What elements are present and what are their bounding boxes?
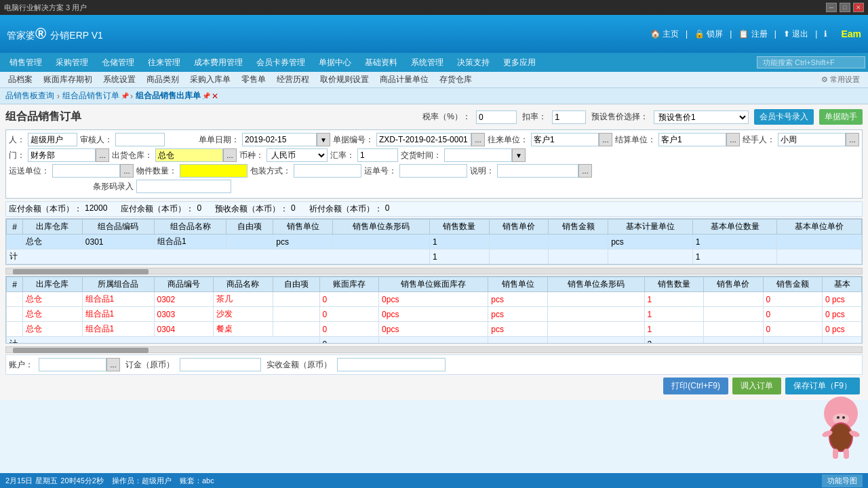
nav-sales[interactable]: 销售管理 <box>3 53 49 72</box>
breadcrumb-pin-2[interactable]: 📌 <box>202 92 210 100</box>
cell-base-price <box>777 235 862 249</box>
detail-scrollbar[interactable] <box>5 346 863 353</box>
status-operator-label: 操作员： <box>112 476 142 486</box>
common-settings-btn[interactable]: ⚙ 常用设置 <box>816 75 865 85</box>
date-btn[interactable]: ▼ <box>317 133 330 146</box>
detail-row[interactable]: 总仓 组合品1 0303 沙发 0 0pcs pcs 1 0 0 pcs <box>7 307 862 322</box>
receivable-value: 0 <box>197 203 201 215</box>
detail-row[interactable]: 总仓 组合品1 0304 餐桌 0 0pcs pcs 1 0 0 pcs <box>7 322 862 337</box>
subnav-settings[interactable]: 系统设置 <box>98 72 141 88</box>
nav-member[interactable]: 会员卡券管理 <box>250 53 312 72</box>
bottom-actions: 打印(Ctrl+F9) 调入订单 保存订单（F9） <box>5 375 863 397</box>
subnav-retail[interactable]: 零售单 <box>236 72 271 88</box>
account-input[interactable] <box>39 358 106 371</box>
operator-input[interactable] <box>28 133 77 146</box>
subnav-category[interactable]: 商品类别 <box>141 72 184 88</box>
scan-code-input[interactable] <box>136 180 231 193</box>
date-input[interactable] <box>242 133 317 146</box>
exchange-input[interactable] <box>357 148 398 162</box>
import-btn[interactable]: 调入订单 <box>732 378 781 394</box>
manager-input[interactable] <box>778 133 846 146</box>
breadcrumb-item-2[interactable]: 组合品销售订单 <box>61 90 121 102</box>
packaging-input[interactable] <box>294 164 361 178</box>
to-unit-input[interactable] <box>531 133 599 146</box>
remarks-btn[interactable]: … <box>578 164 592 178</box>
order-no-btn[interactable]: … <box>471 133 485 146</box>
ship-no-input[interactable] <box>399 164 467 178</box>
total-base-unit <box>608 249 693 264</box>
trans-unit-field: … <box>52 164 134 178</box>
nav-decision[interactable]: 决策支持 <box>450 53 496 72</box>
subnav-unit[interactable]: 商品计量单位 <box>374 72 434 88</box>
dept-input[interactable] <box>28 148 96 162</box>
nav-cost[interactable]: 成本费用管理 <box>187 53 250 72</box>
subnav-history[interactable]: 经营历程 <box>271 72 315 88</box>
order-no-input[interactable] <box>376 133 471 146</box>
packaging-label: 包装方式： <box>250 165 291 177</box>
warehouse-input[interactable] <box>155 148 223 162</box>
account-btn[interactable]: … <box>106 358 120 371</box>
subnav-stock-init[interactable]: 账面库存期初 <box>38 72 98 88</box>
save-btn[interactable]: 保存订单（F9） <box>785 378 860 394</box>
header-info[interactable]: ℹ <box>824 29 827 39</box>
discount-input[interactable] <box>552 110 586 124</box>
to-unit-btn[interactable]: … <box>599 133 612 146</box>
detail-table: # 出库仓库 所属组合品 商品编号 商品名称 自由项 账面库存 销售单位账面库存… <box>6 277 862 344</box>
settle-unit-btn[interactable]: … <box>726 133 740 146</box>
subnav-stock-warehouse[interactable]: 存货仓库 <box>434 72 477 88</box>
nav-warehouse[interactable]: 仓储管理 <box>95 53 141 72</box>
operator-label: 人： <box>9 134 25 146</box>
nav-basic[interactable]: 基础资料 <box>358 53 404 72</box>
dcol-barcode: 销售单位条形码 <box>547 277 644 292</box>
minimize-btn[interactable]: ─ <box>826 3 837 12</box>
remarks-input[interactable] <box>497 164 578 178</box>
subnav-price-rules[interactable]: 取价规则设置 <box>315 72 374 88</box>
main-scrollbar[interactable] <box>5 268 863 274</box>
nav-purchase[interactable]: 采购管理 <box>49 53 95 72</box>
currency-select[interactable]: 人民币 <box>267 148 328 162</box>
main-table: # 出库仓库 组合品编码 组合品名称 自由项 销售单位 销售单位条形码 销售数量… <box>6 219 862 264</box>
subnav-product-archive[interactable]: 品档案 <box>3 72 38 88</box>
header-lock[interactable]: 🔒 锁屏 <box>694 28 723 40</box>
dcol-name: 商品名称 <box>214 277 273 292</box>
order-input[interactable] <box>180 358 261 371</box>
trans-unit-btn[interactable]: … <box>120 164 134 178</box>
parts-qty-input[interactable] <box>180 164 248 178</box>
pay-balance-value: 12000 <box>85 203 107 215</box>
function-map-btn[interactable]: 功能导图 <box>822 474 863 487</box>
detail-row[interactable]: 总仓 组合品1 0302 茶几 0 0pcs pcs 1 0 0 pcs <box>7 292 862 307</box>
reviewer-input[interactable] <box>115 133 165 146</box>
help-btn[interactable]: 单据助手 <box>819 109 863 125</box>
manager-label: 经手人： <box>743 134 775 146</box>
manager-btn[interactable]: … <box>846 133 859 146</box>
nav-dealings[interactable]: 往来管理 <box>141 53 187 72</box>
header-register[interactable]: 📋 注册 <box>738 28 767 40</box>
member-card-btn[interactable]: 会员卡号录入 <box>754 109 814 125</box>
breadcrumb-item-1[interactable]: 品销售板查询 <box>4 90 56 102</box>
dept-btn[interactable]: … <box>96 148 109 162</box>
tax-rate-input[interactable] <box>476 110 517 124</box>
nav-bill[interactable]: 单据中心 <box>312 53 358 72</box>
print-btn[interactable]: 打印(Ctrl+F9) <box>663 378 728 394</box>
settle-unit-input[interactable] <box>658 133 726 146</box>
close-btn[interactable]: ✕ <box>853 3 864 12</box>
breadcrumb-close[interactable]: ✕ <box>212 92 218 101</box>
warehouse-btn[interactable]: … <box>223 148 237 162</box>
breadcrumb-pin-1[interactable]: 📌 <box>121 92 129 100</box>
nav-more[interactable]: 更多应用 <box>496 53 542 72</box>
nav-system[interactable]: 系统管理 <box>404 53 450 72</box>
received-input[interactable] <box>337 358 446 371</box>
maximize-btn[interactable]: □ <box>840 3 850 12</box>
price-select[interactable]: 预设售价1 <box>654 110 749 124</box>
function-search[interactable] <box>757 56 865 68</box>
breadcrumb-item-3[interactable]: 组合品销售出库单 <box>134 90 202 102</box>
header-exit[interactable]: ⬆ 退出 <box>783 28 808 40</box>
trans-unit-input[interactable] <box>52 164 120 178</box>
trans-time-input[interactable] <box>444 148 512 162</box>
table-row[interactable]: 总仓 0301 组合品1 pcs 1 pcs 1 <box>7 235 862 249</box>
subnav-purchase-in[interactable]: 采购入库单 <box>184 72 236 88</box>
trans-time-btn[interactable]: ▼ <box>512 148 526 162</box>
col-price: 销售单价 <box>489 220 549 235</box>
detail-table-container: # 出库仓库 所属组合品 商品编号 商品名称 自由项 账面库存 销售单位账面库存… <box>5 276 863 344</box>
header-home[interactable]: 🏠 主页 <box>650 28 679 40</box>
